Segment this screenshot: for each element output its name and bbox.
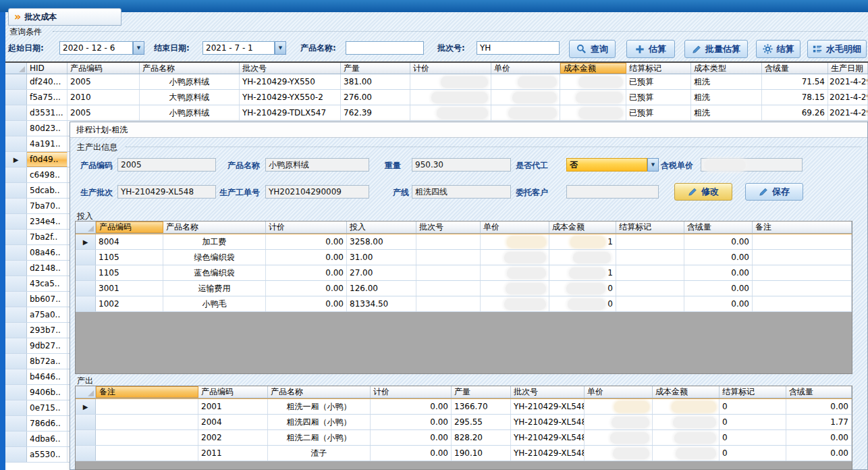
row-selector[interactable] [5, 105, 27, 120]
table-row[interactable]: f5a75... 2010 大鸭原料绒 YH-210429-YX550-2 27… [5, 90, 868, 105]
is-outsourced-select[interactable]: 否 [566, 158, 647, 172]
row-selector[interactable] [5, 261, 27, 276]
row-selector[interactable] [5, 292, 27, 307]
row-selector[interactable] [5, 136, 27, 151]
table-row[interactable]: 2002 粗洗二厢（小鸭） 0.00 828.20 YH-210429-XL54… [76, 430, 852, 446]
table-row[interactable]: 1105 蓝色编织袋 0.00 27.00 1 0.00 [76, 265, 852, 281]
column-header-production-date[interactable]: 生产日期 [828, 63, 868, 74]
production-line-field[interactable]: 粗洗四线 [412, 185, 511, 199]
row-selector[interactable] [5, 121, 27, 136]
column-header-note[interactable]: 备注 [753, 221, 852, 233]
tab-batch-cost[interactable]: » 批次成本 [8, 8, 121, 26]
row-selector[interactable] [76, 250, 96, 265]
column-header-input[interactable]: 投入 [347, 221, 416, 233]
row-selector[interactable] [76, 281, 96, 296]
column-header-down-content[interactable]: 含绒量 [762, 63, 828, 74]
column-header-note[interactable]: 备注 [96, 386, 198, 398]
production-batch-field[interactable]: YH-210429-XL548 [117, 185, 216, 199]
row-selector[interactable] [5, 74, 27, 89]
table-row[interactable]: ▶ 2001 粗洗一厢（小鸭） 0.00 1366.70 YH-210429-X… [76, 398, 852, 415]
client-field[interactable] [566, 185, 659, 199]
save-button[interactable]: 保存 [745, 183, 803, 201]
column-header-down-content[interactable]: 含绒量 [786, 386, 852, 398]
row-selector[interactable] [5, 167, 27, 182]
column-header-settle-flag[interactable]: 结算标记 [720, 386, 786, 398]
row-selector[interactable] [5, 214, 27, 229]
row-selector[interactable] [5, 90, 27, 105]
row-selector[interactable] [5, 354, 27, 369]
column-header-batch-no[interactable]: 批次号 [240, 63, 341, 74]
column-header-unit-price[interactable]: 单价 [481, 221, 549, 233]
row-selector[interactable] [76, 296, 96, 311]
row-selector[interactable] [76, 430, 96, 445]
row-selector[interactable] [5, 447, 27, 462]
column-header-settle-flag[interactable]: 结算标记 [616, 221, 684, 233]
row-selector[interactable] [5, 230, 27, 244]
row-selector[interactable] [5, 307, 27, 322]
row-selector[interactable]: ▶ [76, 234, 96, 249]
column-header-cost-amount[interactable]: 成本金额 [653, 386, 720, 398]
row-selector[interactable] [5, 385, 27, 400]
column-header-batch-no[interactable]: 批次号 [416, 221, 481, 233]
column-header-product-name[interactable]: 产品名称 [163, 221, 266, 233]
column-header-cost-type[interactable]: 成本类型 [691, 63, 762, 74]
column-header-cost-amount[interactable]: 成本金额 [560, 63, 626, 74]
estimate-button[interactable]: 估算 [626, 40, 675, 58]
column-header-quantity[interactable]: 产量 [341, 63, 410, 74]
work-order-no-field[interactable]: YH202104290009 [265, 185, 369, 199]
end-date-input[interactable]: 2021 - 7 - 1 [202, 41, 275, 55]
row-selector[interactable] [5, 245, 27, 260]
column-header-product-name[interactable]: 产品名称 [140, 63, 240, 74]
column-header-settle-flag[interactable]: 结算标记 [626, 63, 691, 74]
water-down-detail-button[interactable]: 水毛明细 [807, 40, 867, 58]
column-header-product-code[interactable]: 产品编码 [67, 63, 140, 74]
column-header-pricing[interactable]: 计价 [410, 63, 491, 74]
weight-field[interactable]: 950.30 [412, 158, 511, 172]
batch-no-input[interactable]: YH [477, 41, 560, 55]
table-row[interactable]: 2004 粗洗四厢（小鸭） 0.00 295.55 YH-210429-XL54… [76, 415, 852, 430]
row-selector[interactable] [5, 183, 27, 198]
row-selector[interactable] [5, 323, 27, 338]
select-all-corner[interactable] [76, 221, 96, 233]
search-button[interactable]: 查询 [569, 40, 616, 58]
row-selector[interactable]: ▶ [76, 399, 96, 414]
modify-button[interactable]: 修改 [674, 183, 732, 201]
select-all-corner[interactable] [5, 63, 27, 74]
column-header-product-name[interactable]: 产品名称 [268, 386, 371, 398]
is-outsourced-dropdown-button[interactable]: ▼ [647, 158, 659, 172]
row-selector[interactable] [5, 276, 27, 291]
settle-button[interactable]: 结算 [756, 40, 801, 58]
column-header-pricing[interactable]: 计价 [266, 221, 347, 233]
product-code-field[interactable]: 2005 [117, 158, 216, 172]
table-row[interactable]: d3531... 2005 小鸭原料绒 YH-210429-TDLX547 76… [5, 105, 868, 121]
table-row[interactable]: 3001 运输费用 0.00 126.00 0 0.00 [76, 281, 852, 296]
product-name-field[interactable]: 小鸭原料绒 [265, 158, 369, 172]
row-selector[interactable]: ▶ [5, 152, 27, 167]
column-header-unit-price[interactable]: 单价 [491, 63, 560, 74]
start-date-input[interactable]: 2020 - 12 - 6 [59, 41, 133, 55]
table-row[interactable]: ▶ 8004 加工费 0.00 3258.00 1 0.00 [76, 234, 852, 250]
column-header-batch-no[interactable]: 批次号 [511, 386, 585, 398]
column-header-cost-amount[interactable]: 成本金额 [549, 221, 616, 233]
row-selector[interactable] [76, 265, 96, 280]
row-selector[interactable] [5, 369, 27, 384]
column-header-pricing[interactable]: 计价 [371, 386, 452, 398]
table-row[interactable]: df240... 2005 小鸭原料绒 YH-210429-YX550 381.… [5, 74, 868, 90]
row-selector[interactable] [5, 400, 27, 415]
select-all-corner[interactable] [76, 386, 96, 398]
row-selector[interactable] [5, 338, 27, 353]
column-header-unit-price[interactable]: 单价 [585, 386, 653, 398]
column-header-hid[interactable]: HID [27, 63, 67, 74]
end-date-dropdown-button[interactable]: ▼ [275, 41, 286, 55]
row-selector[interactable] [5, 199, 27, 213]
row-selector[interactable] [5, 432, 27, 446]
start-date-dropdown-button[interactable]: ▼ [133, 41, 144, 55]
row-selector[interactable] [76, 446, 96, 461]
column-header-quantity[interactable]: 产量 [452, 386, 511, 398]
tax-unit-price-field[interactable] [701, 158, 803, 172]
row-selector[interactable] [76, 415, 96, 429]
product-name-input[interactable] [346, 41, 424, 55]
column-header-down-content[interactable]: 含绒量 [684, 221, 753, 233]
column-header-product-code[interactable]: 产品编码 [198, 386, 268, 398]
batch-estimate-button[interactable]: 批量估算 [684, 40, 748, 58]
